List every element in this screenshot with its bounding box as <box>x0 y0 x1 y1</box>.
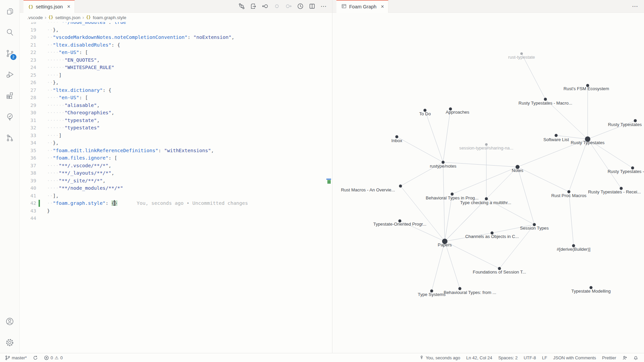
breadcrumb-folder[interactable]: .vscode <box>27 15 43 20</box>
graph-edge <box>588 139 621 188</box>
blame-status[interactable]: You, seconds ago <box>416 353 463 362</box>
code-line-25[interactable]: 25····] <box>20 71 332 79</box>
overview-ruler-cursor-marker <box>326 179 331 180</box>
git-graph-icon[interactable] <box>0 127 20 148</box>
todo-tree-icon[interactable] <box>0 106 20 127</box>
text-cursor <box>114 200 115 206</box>
more-actions-icon[interactable]: ⋯ <box>319 2 328 11</box>
graph-edge <box>445 241 499 268</box>
code-line-43[interactable]: 43} <box>20 207 332 215</box>
code-line-37[interactable]: 37····"**/.vscode/**/*", <box>20 162 332 170</box>
graph-node-label: Rusty Typestates - Recei... <box>588 189 641 194</box>
more-actions-icon[interactable]: ⋯ <box>632 0 644 12</box>
code-line-31[interactable]: 31······"typestate", <box>20 117 332 124</box>
code-line-33[interactable]: 33····] <box>20 132 332 139</box>
encoding-status[interactable]: UTF-8 <box>521 353 539 362</box>
feedback-icon[interactable] <box>619 353 630 362</box>
code-editor[interactable]: 18····"**/node_modules": true19··},20··"… <box>20 22 332 353</box>
line-number: 44 <box>20 215 36 222</box>
explorer-icon[interactable] <box>0 1 20 22</box>
editor-toolbar: ⋯ <box>237 0 332 12</box>
cursor-position[interactable]: Ln 42, Col 24 <box>463 353 495 362</box>
graph-node-label: Rusty Typestates <box>571 140 605 145</box>
graph-edge <box>569 192 574 246</box>
tab-settings-json[interactable]: {} settings.json × <box>23 0 75 13</box>
code-line-35[interactable]: 35··"foam.edit.linkReferenceDefinitions"… <box>20 147 332 155</box>
code-line-34[interactable]: 34··}, <box>20 139 332 147</box>
code-line-29[interactable]: 29······"aliasable", <box>20 102 332 109</box>
graph-node-label: #[derive(Builder)] <box>557 247 590 252</box>
code-line-24[interactable]: 24······"WHITESPACE_RULE" <box>20 64 332 71</box>
code-line-44[interactable]: 44 <box>20 215 332 222</box>
breadcrumb-file[interactable]: settings.json <box>55 15 80 20</box>
code-line-26[interactable]: 26··}, <box>20 79 332 86</box>
extensions-icon[interactable] <box>0 85 20 106</box>
graph-node-label: Typestate-Oriented Progr... <box>373 222 426 227</box>
graph-node-label: Behavioural Types: from ... <box>444 290 496 295</box>
line-number: 21 <box>20 41 36 49</box>
code-line-20[interactable]: 20··"vscodeMarkdownNotes.noteCompletionC… <box>20 34 332 41</box>
chevron-right-icon: › <box>45 15 47 20</box>
graph-node-rust-macros-overview[interactable] <box>399 185 402 188</box>
compare-changes-icon[interactable] <box>237 2 246 11</box>
graph-edge <box>518 167 569 192</box>
run-and-debug-icon[interactable] <box>0 64 20 85</box>
search-icon[interactable] <box>0 22 20 43</box>
branch-status[interactable]: master* <box>2 353 30 362</box>
split-editor-icon[interactable] <box>308 2 316 11</box>
graph-node-label: To Do <box>419 111 431 116</box>
code-line-42[interactable]: 42··"foam.graph.style": {}You, seconds a… <box>20 199 332 207</box>
sync-button[interactable] <box>30 353 41 362</box>
settings-gear-icon[interactable] <box>0 332 20 353</box>
formatter-status[interactable]: Prettier <box>599 353 619 362</box>
navigate-next-icon[interactable] <box>284 2 293 11</box>
language-mode[interactable]: JSON with Comments <box>550 353 599 362</box>
line-number: 43 <box>20 207 36 215</box>
eol-status[interactable]: LF <box>539 353 550 362</box>
code-line-40[interactable]: 40····"**/node_modules/**/*" <box>20 184 332 192</box>
timeline-icon[interactable] <box>296 2 305 11</box>
breadcrumb-symbol[interactable]: foam.graph.style <box>93 15 126 20</box>
scm-badge: 2 <box>10 54 16 60</box>
chevron-right-icon: › <box>83 15 84 20</box>
navigate-back-icon[interactable] <box>261 2 269 11</box>
code-line-39[interactable]: 39····"**/_site/**/*", <box>20 177 332 185</box>
account-icon[interactable] <box>0 311 20 332</box>
code-line-22[interactable]: 22····"en-US": [ <box>20 49 332 56</box>
source-control-icon[interactable]: 2 <box>0 43 20 64</box>
json-file-icon: {} <box>48 15 53 20</box>
graph-node-software-list[interactable] <box>555 134 558 137</box>
code-line-19[interactable]: 19··}, <box>20 26 332 34</box>
open-changes-icon[interactable] <box>249 2 258 11</box>
navigate-previous-icon[interactable] <box>272 2 281 11</box>
line-number: 25 <box>20 71 36 79</box>
notifications-bell-icon[interactable] <box>630 353 641 362</box>
foam-graph-canvas[interactable]: rust-typestateRust's FSM EcosystemRusty … <box>332 13 644 353</box>
code-line-21[interactable]: 21··"ltex.disabledRules": { <box>20 41 332 49</box>
close-tab-icon[interactable]: × <box>67 4 70 10</box>
code-line-36[interactable]: 36··"foam.files.ignore": [ <box>20 154 332 162</box>
graph-edge <box>522 54 545 99</box>
code-line-23[interactable]: 23······"EN_QUOTES", <box>20 56 332 64</box>
graph-edge <box>432 241 445 291</box>
code-line-30[interactable]: 30······"Choreographies", <box>20 109 332 117</box>
code-line-27[interactable]: 27··"ltex.dictionary": { <box>20 86 332 94</box>
graph-node-label: Rust Macros - An Overvie... <box>341 187 395 192</box>
problems-status[interactable]: 0 ⚠ 0 <box>41 353 66 362</box>
graph-edge <box>569 139 588 192</box>
code-line-38[interactable]: 38····"**/_layouts/**/*", <box>20 169 332 177</box>
graph-node-label: Foundations of Session T... <box>473 269 526 275</box>
person-icon <box>419 355 424 360</box>
code-line-28[interactable]: 28····"en-US": [ <box>20 94 332 102</box>
error-icon <box>44 355 49 360</box>
close-tab-icon[interactable]: × <box>381 4 384 10</box>
graph-node-label: Type Systems <box>418 292 446 297</box>
graph-node-label: Rust Proc Macros <box>551 193 587 198</box>
code-line-18[interactable]: 18····"**/node_modules": true <box>20 22 332 26</box>
line-number: 35 <box>20 147 36 155</box>
code-line-32[interactable]: 32······"typestates" <box>20 124 332 132</box>
code-line-41[interactable]: 41··], <box>20 192 332 200</box>
tab-foam-graph[interactable]: Foam Graph × <box>336 0 388 13</box>
graph-node-label: Typestate Modelling <box>571 289 610 294</box>
indentation-status[interactable]: Spaces: 2 <box>495 353 521 362</box>
